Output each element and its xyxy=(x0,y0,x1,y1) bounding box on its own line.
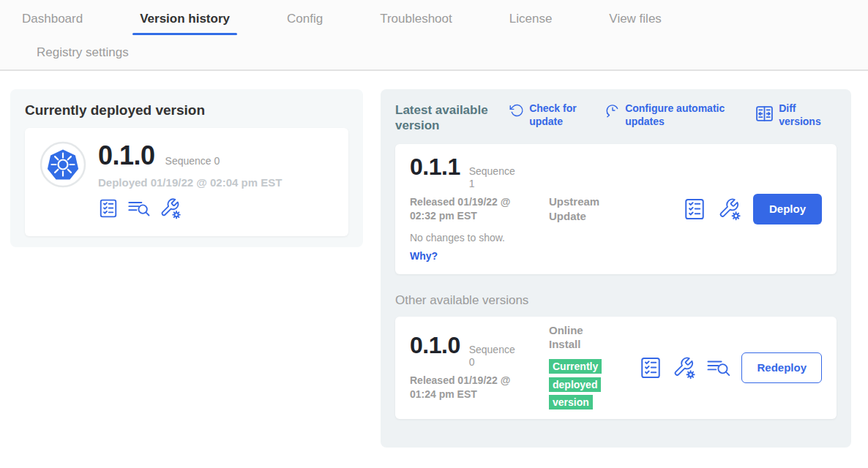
preflight-checks-icon[interactable] xyxy=(98,198,119,219)
currently-deployed-badge: Currently deployed version xyxy=(549,358,613,412)
deployed-version-card: 0.1.0 Sequence 0 Deployed 01/19/22 @ 02:… xyxy=(25,128,348,236)
other-versions-title: Other available versions xyxy=(395,293,837,308)
latest-released-timestamp: Released 01/19/22 @ 02:32 pm EST xyxy=(410,195,527,223)
other-actions: Redeploy xyxy=(639,352,822,383)
preflight-checks-icon[interactable] xyxy=(683,197,706,221)
edit-config-icon[interactable] xyxy=(673,356,696,380)
latest-source-col: Upstream Update xyxy=(549,195,683,223)
currently-deployed-title: Currently deployed version xyxy=(25,102,348,118)
refresh-icon xyxy=(509,102,524,121)
nav-row-2: Registry settings xyxy=(0,35,868,69)
tab-dashboard[interactable]: Dashboard xyxy=(15,12,90,35)
diff-versions-link[interactable]: Diff versions xyxy=(755,102,837,128)
kubernetes-logo-icon xyxy=(40,141,86,223)
latest-version-card: 0.1.1 Sequence 1 Released 01/19/22 @ 02:… xyxy=(395,144,837,274)
configure-automatic-updates-label: Configure automatic updates xyxy=(625,102,735,128)
deployed-timestamp: Deployed 01/19/22 @ 02:04 pm EST xyxy=(98,176,282,189)
other-version-card: 0.1.0 Sequence 0 Released 01/19/22 @ 01:… xyxy=(395,317,837,419)
latest-source-label: Upstream Update xyxy=(549,195,611,223)
deploy-logs-icon[interactable] xyxy=(127,198,151,219)
latest-version-info: 0.1.1 Sequence 1 Released 01/19/22 @ 02:… xyxy=(410,155,549,263)
latest-actions: Deploy xyxy=(683,194,822,224)
admin-console: Dashboard Version history Config Trouble… xyxy=(0,0,868,468)
edit-config-icon[interactable] xyxy=(160,197,182,219)
configure-automatic-updates-link[interactable]: Configure automatic updates xyxy=(605,102,735,128)
tab-license[interactable]: License xyxy=(502,12,560,35)
deploy-button[interactable]: Deploy xyxy=(753,194,822,224)
tab-view-files[interactable]: View files xyxy=(602,12,669,35)
no-changes-text: No changes to show. xyxy=(410,232,549,244)
other-sequence: Sequence 0 xyxy=(469,344,517,369)
deploy-logs-icon[interactable] xyxy=(706,357,731,379)
tab-registry-settings[interactable]: Registry settings xyxy=(29,45,136,69)
latest-available-title: Latest available version xyxy=(395,102,489,134)
diff-icon xyxy=(755,105,774,126)
latest-available-header: Latest available version Check for updat… xyxy=(395,102,837,134)
other-released-timestamp: Released 01/19/22 @ 01:24 pm EST xyxy=(410,374,527,401)
check-for-update-link[interactable]: Check for update xyxy=(509,102,585,128)
redeploy-button[interactable]: Redeploy xyxy=(741,352,822,383)
nav-row-1: Dashboard Version history Config Trouble… xyxy=(0,0,868,35)
latest-available-panel: Latest available version Check for updat… xyxy=(381,89,851,448)
top-nav: Dashboard Version history Config Trouble… xyxy=(0,0,868,71)
other-version-number: 0.1.0 xyxy=(410,333,460,357)
deployed-version-number: 0.1.0 xyxy=(98,143,155,169)
check-for-update-label: Check for update xyxy=(529,102,585,128)
latest-sequence: Sequence 1 xyxy=(469,165,517,190)
diff-versions-label: Diff versions xyxy=(779,102,837,128)
deployed-version-info: 0.1.0 Sequence 0 Deployed 01/19/22 @ 02:… xyxy=(98,141,282,223)
edit-config-icon[interactable] xyxy=(718,197,741,221)
why-link[interactable]: Why? xyxy=(410,250,438,262)
tab-version-history[interactable]: Version history xyxy=(132,12,237,35)
currently-deployed-panel: Currently deployed version xyxy=(10,89,363,247)
currently-deployed-badge-text: Currently deployed version xyxy=(549,359,602,410)
preflight-checks-icon[interactable] xyxy=(639,356,662,380)
tab-troubleshoot[interactable]: Troubleshoot xyxy=(373,12,460,35)
clock-refresh-icon xyxy=(605,102,620,121)
deployed-sequence: Sequence 0 xyxy=(165,155,220,167)
other-source-col: Online Install Currently deployed versio… xyxy=(549,323,639,412)
other-version-info: 0.1.0 Sequence 0 Released 01/19/22 @ 01:… xyxy=(410,333,549,401)
tab-config[interactable]: Config xyxy=(280,12,330,35)
other-source-label: Online Install xyxy=(549,323,594,352)
latest-version-number: 0.1.1 xyxy=(410,155,460,178)
